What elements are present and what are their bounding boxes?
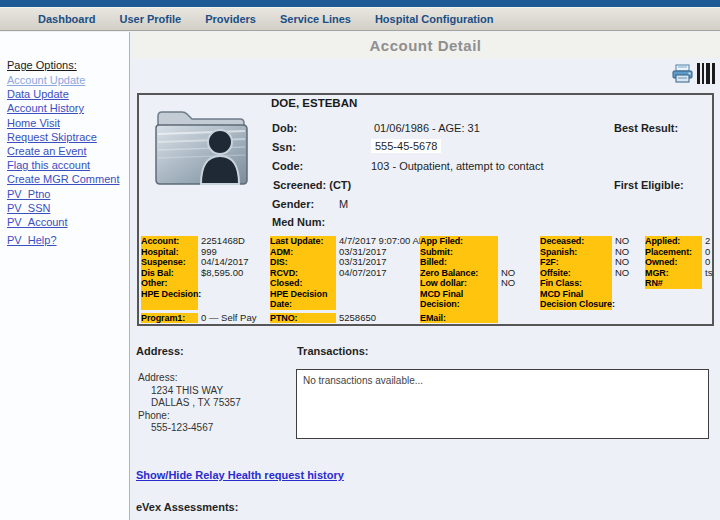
nav-hospital-configuration[interactable]: Hospital Configuration <box>375 13 494 25</box>
grid-label: F2F: <box>540 257 612 268</box>
sidebar-link-flag-this-account[interactable]: Flag this account <box>7 159 129 173</box>
grid-value <box>198 288 201 299</box>
grid-column-filing: App Filed: Submit: Billed: Zero Balance:… <box>420 236 515 323</box>
patient-folder-icon <box>150 104 252 190</box>
page-options-sidebar: Page Options: Account Update Data Update… <box>0 32 130 520</box>
grid-value: 5258650 <box>336 312 376 323</box>
barcode-icon[interactable] <box>697 63 715 84</box>
sidebar-link-data-update[interactable]: Data Update <box>7 88 129 102</box>
sidebar-link-pv-help[interactable]: PV_Help? <box>7 234 129 248</box>
page-options-title: Page Options: <box>7 59 129 74</box>
grid-value: NO <box>498 267 515 278</box>
ssn-label: Ssn: <box>272 141 296 153</box>
sidebar-link-account-history[interactable]: Account History <box>7 102 129 116</box>
grid-label: Decision: <box>420 299 498 310</box>
grid-label: Offsite: <box>540 268 612 279</box>
gender-value: M <box>339 198 348 210</box>
grid-label: Zero Balance: <box>420 268 498 279</box>
grid-value: 04/14/2017 <box>198 256 249 267</box>
grid-label: MGR: <box>645 268 702 279</box>
screened-label: Screened: (CT) <box>273 179 351 191</box>
address-line1: 1234 THIS WAY <box>138 385 241 398</box>
sidebar-link-account-update[interactable]: Account Update <box>7 74 129 88</box>
grid-value <box>198 277 201 288</box>
sidebar-link-home-visit[interactable]: Home Visit <box>7 117 129 131</box>
dob-value: 01/06/1986 - AGE: 31 <box>374 122 480 134</box>
grid-column-account: Account:2251468D Hospital:999 Suspense:0… <box>141 236 256 323</box>
grid-value: 2 <box>702 235 710 246</box>
grid-label: EMail: <box>420 313 498 324</box>
grid-column-dates: Last Update:4/7/2017 9:07:00 AM ADM:03/3… <box>270 236 427 323</box>
grid-label: Billed: <box>420 257 498 268</box>
grid-value: $8,595.00 <box>198 267 243 278</box>
grid-value: 0 — Self Pay <box>198 312 256 323</box>
grid-label: PTNO: <box>270 313 336 324</box>
grid-label: RCVD: <box>270 268 336 279</box>
address-block: Address: 1234 THIS WAY DALLAS , TX 75357… <box>138 372 241 435</box>
transactions-section-title: Transactions: <box>297 345 369 357</box>
grid-value: 4/7/2017 9:07:00 AM <box>336 235 427 246</box>
nav-dashboard[interactable]: Dashboard <box>38 13 95 25</box>
address-line2: DALLAS , TX 75357 <box>138 397 241 410</box>
grid-value: 999 <box>198 246 217 257</box>
phone-label: Phone: <box>138 410 241 423</box>
main-nav: Dashboard User Profile Providers Service… <box>0 7 720 31</box>
grid-column-counts: Applied:2 Placement:0 Owned:0 MGR:ts RN# <box>645 236 712 289</box>
grid-label: Decision Closure: <box>540 299 612 310</box>
sidebar-link-create-an-event[interactable]: Create an Event <box>7 145 129 159</box>
best-result-label: Best Result: <box>614 122 678 134</box>
grid-value: 04/07/2017 <box>336 267 387 278</box>
grid-label: Other: <box>141 278 198 289</box>
grid-label: Last Update: <box>270 236 336 247</box>
grid-label: Spanish: <box>540 247 612 258</box>
nav-user-profile[interactable]: User Profile <box>119 13 181 25</box>
grid-label: RN# <box>645 278 702 289</box>
grid-label: HPE Decision: <box>141 289 198 300</box>
grid-label: Fin Class: <box>540 278 612 289</box>
relay-health-history-link[interactable]: Show/Hide Relay Health request history <box>136 469 344 481</box>
grid-label: Owned: <box>645 257 702 268</box>
grid-label: Closed: <box>270 278 336 289</box>
grid-value: NO <box>612 267 629 278</box>
grid-value: NO <box>612 235 629 246</box>
grid-label: Program1: <box>141 313 198 324</box>
phone-value: 555-123-4567 <box>138 422 241 435</box>
grid-label: Low dollar: <box>420 278 498 289</box>
gender-label: Gender: <box>272 198 314 210</box>
address-section-title: Address: <box>136 345 184 357</box>
grid-label: Placement: <box>645 247 702 258</box>
code-label: Code: <box>272 160 303 172</box>
sidebar-link-request-skiptrace[interactable]: Request Skiptrace <box>7 131 129 145</box>
transactions-empty-message: No transactions available... <box>303 375 423 386</box>
dob-label: Dob: <box>272 122 297 134</box>
sidebar-link-pv-account[interactable]: PV_Account <box>7 216 129 230</box>
code-value: 103 - Outpatient, attempt to contact <box>371 160 543 172</box>
top-blue-bar <box>0 0 720 7</box>
grid-value: 2251468D <box>198 235 245 246</box>
grid-value: NO <box>612 246 629 257</box>
transactions-box: No transactions available... <box>296 369 709 439</box>
address-label: Address: <box>138 372 241 385</box>
grid-label: Deceased: <box>540 236 612 247</box>
sidebar-link-pv-ssn[interactable]: PV_SSN <box>7 202 129 216</box>
nav-providers[interactable]: Providers <box>205 13 256 25</box>
print-icon[interactable] <box>672 64 693 84</box>
grid-label: DIS: <box>270 257 336 268</box>
grid-label: Date: <box>270 299 336 310</box>
nav-service-lines[interactable]: Service Lines <box>280 13 351 25</box>
grid-value: 0 <box>702 256 710 267</box>
grid-label: Applied: <box>645 236 702 247</box>
sidebar-link-create-mgr-comment[interactable]: Create MGR Comment <box>7 173 129 187</box>
sidebar-link-pv-ptno[interactable]: PV_Ptno <box>7 188 129 202</box>
grid-value: 0 <box>702 246 710 257</box>
grid-label: Account: <box>141 236 198 247</box>
grid-label: ADM: <box>270 247 336 258</box>
evex-assessments-title: eVex Assessments: <box>136 501 238 513</box>
grid-value: NO <box>612 256 629 267</box>
grid-label: HPE Decision <box>270 289 336 300</box>
grid-label: MCD Final <box>540 289 612 300</box>
ssn-value: 555-45-5678 <box>371 139 441 153</box>
patient-name: DOE, ESTEBAN <box>271 97 357 109</box>
grid-label: Suspense: <box>141 257 198 268</box>
grid-label: Submit: <box>420 247 498 258</box>
